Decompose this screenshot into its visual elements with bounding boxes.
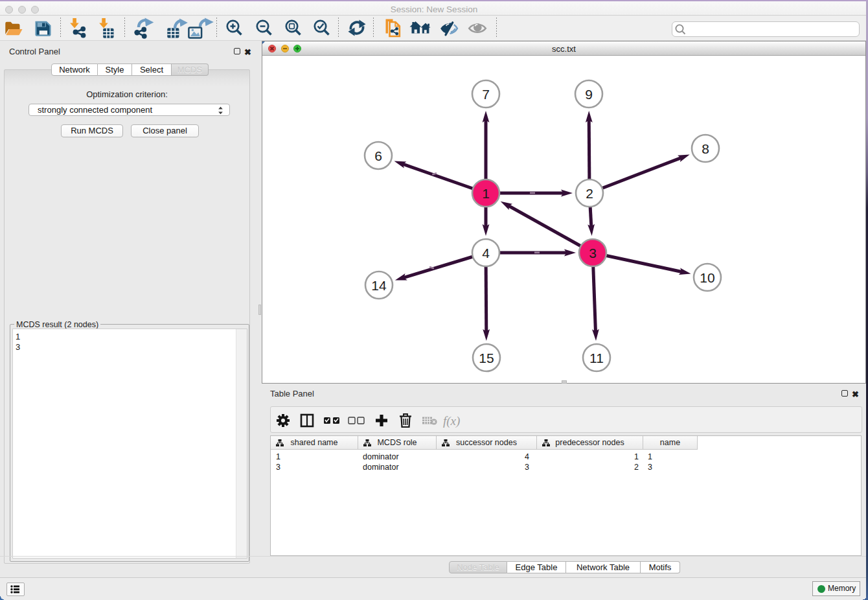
svg-text:2: 2 [586,186,593,201]
svg-text:6: 6 [374,148,382,163]
svg-text:3: 3 [589,246,597,260]
svg-text:7: 7 [482,87,490,102]
svg-text:10: 10 [700,270,714,285]
svg-text:15: 15 [479,351,494,365]
svg-text:4: 4 [482,246,490,260]
svg-text:14: 14 [371,278,387,293]
svg-text:f(x): f(x) [443,414,460,428]
svg-text:9: 9 [585,87,593,102]
svg-text:11: 11 [589,351,604,365]
svg-text:8: 8 [702,141,709,156]
svg-text:1: 1 [482,186,490,201]
